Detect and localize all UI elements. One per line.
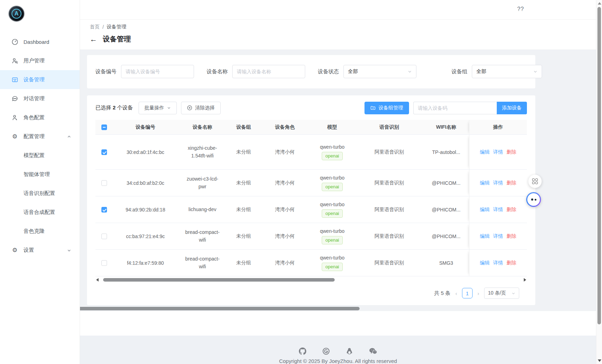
- cell-wifi: @PHICOM...: [432, 234, 461, 239]
- sidebar-item-conversations[interactable]: 对话管理: [0, 89, 80, 108]
- clear-selection-button[interactable]: 清除选择: [181, 102, 221, 114]
- add-device-button[interactable]: 添加设备: [497, 102, 527, 114]
- content-bottom-spacer: [80, 311, 596, 336]
- detail-link[interactable]: 详情: [493, 207, 503, 212]
- gitee-icon[interactable]: [322, 348, 330, 355]
- sidebar-item-label: 配置管理: [24, 133, 45, 140]
- sidebar-item-voice-clone[interactable]: 音色克隆: [0, 222, 80, 241]
- device-group-manage-button[interactable]: 设备组管理: [364, 102, 409, 114]
- selected-count: 2: [113, 105, 115, 110]
- batch-actions-button[interactable]: 批量操作: [139, 102, 177, 114]
- sidebar-item-label: 设置: [24, 247, 34, 254]
- prev-page-button[interactable]: ‹: [455, 290, 457, 296]
- sidebar-item-users[interactable]: 用户管理: [0, 51, 80, 70]
- qq-icon[interactable]: [346, 348, 353, 355]
- header-wifi: WIFI名称: [423, 120, 469, 135]
- sidebar-item-model-config[interactable]: 模型配置: [0, 146, 80, 165]
- row-checkbox[interactable]: [101, 260, 107, 266]
- scrollbar-thumb[interactable]: [103, 278, 335, 282]
- users-icon: [11, 57, 18, 64]
- scroll-down-arrow-icon[interactable]: [598, 359, 601, 362]
- chevron-down-icon: [408, 69, 412, 74]
- sidebar-item-dashboard[interactable]: Dashboard: [0, 32, 80, 51]
- page-size-select[interactable]: 10 条/页: [484, 288, 519, 299]
- header-device-name: 设备名称: [178, 120, 227, 135]
- scrollbar-thumb[interactable]: [597, 7, 601, 324]
- detail-link[interactable]: 详情: [493, 180, 503, 186]
- delete-link[interactable]: 删除: [507, 180, 516, 186]
- breadcrumb-separator: /: [102, 24, 104, 30]
- scroll-left-arrow-icon[interactable]: [96, 278, 99, 282]
- grid-icon: [532, 178, 538, 184]
- device-code-input[interactable]: [413, 102, 497, 114]
- github-icon[interactable]: [299, 348, 306, 355]
- chevron-down-icon: [533, 69, 537, 74]
- header-device-role: 设备角色: [260, 120, 309, 135]
- scroll-up-arrow-icon[interactable]: [598, 2, 601, 5]
- delete-link[interactable]: 删除: [507, 207, 516, 212]
- sidebar-item-label: Dashboard: [24, 39, 49, 45]
- row-checkbox[interactable]: [101, 207, 107, 213]
- sidebar-item-roles[interactable]: 角色配置: [0, 108, 80, 127]
- back-arrow-icon[interactable]: ←: [90, 35, 97, 43]
- scroll-right-arrow-icon[interactable]: [524, 278, 526, 282]
- filter-card: 设备编号 设备名称 设备状态 全部 设备组 全部: [87, 55, 535, 88]
- dashboard-icon: [11, 38, 18, 45]
- sidebar-item-asr-config[interactable]: 语音识别配置: [0, 184, 80, 203]
- edit-link[interactable]: 编辑: [480, 149, 490, 155]
- select-all-checkbox[interactable]: [101, 124, 107, 130]
- breadcrumb-current: 设备管理: [107, 24, 126, 30]
- detail-link[interactable]: 详情: [493, 260, 503, 265]
- row-checkbox[interactable]: [101, 180, 107, 186]
- edit-link[interactable]: 编辑: [480, 207, 490, 212]
- page-head: 首页 / 设备管理 ← 设备管理: [80, 20, 596, 49]
- sidebar-item-tts-config[interactable]: 语音合成配置: [0, 203, 80, 222]
- delete-link[interactable]: 删除: [507, 233, 516, 239]
- footer: Copyright © 2025 By JoeyZhou. All rights…: [80, 336, 596, 364]
- sidebar-item-agent-manage[interactable]: 智能体管理: [0, 165, 80, 184]
- next-page-button[interactable]: ›: [477, 290, 479, 296]
- device-table-card: 已选择 2 个设备 批量操作 清除选择 设备组管理: [87, 95, 535, 305]
- row-checkbox[interactable]: [101, 149, 107, 155]
- wechat-icon[interactable]: [369, 348, 377, 355]
- app-logo[interactable]: A: [8, 6, 25, 22]
- sidebar-item-label: 用户管理: [24, 58, 45, 64]
- assistant-robot-button[interactable]: [526, 192, 541, 207]
- header-model: 模型: [309, 120, 355, 135]
- sidebar-item-config[interactable]: ⚙ 配置管理: [0, 127, 80, 146]
- window-vertical-scrollbar[interactable]: [596, 0, 602, 364]
- device-status-select[interactable]: 全部: [343, 65, 416, 78]
- model-provider-tag: openai: [322, 263, 342, 271]
- cell-device-name: bread-compact-wifi: [183, 229, 221, 244]
- delete-link[interactable]: 删除: [507, 149, 516, 155]
- header-actions: 操作: [469, 120, 527, 135]
- sidebar-item-settings[interactable]: ⚙ 设置: [0, 241, 80, 259]
- folder-plus-icon: [370, 105, 376, 110]
- user-avatar-placeholder[interactable]: ??: [517, 6, 524, 12]
- cell-wifi: @PHICOM...: [432, 207, 461, 213]
- device-table: 设备编号 设备名称 设备组 设备角色 模型 语音识别 WIFI名称 操作 30:…: [95, 120, 527, 277]
- row-checkbox[interactable]: [101, 234, 107, 239]
- device-group-select[interactable]: 全部: [472, 65, 542, 78]
- chat-icon: [11, 95, 18, 102]
- cell-model: qwen-turbo: [311, 255, 354, 261]
- detail-link[interactable]: 详情: [493, 149, 503, 155]
- table-row: 30:ed:a0:1f:4c:bc xingzhi-cube-1.54tft-w…: [95, 135, 527, 170]
- chevron-up-icon: [67, 135, 71, 139]
- widget-grid-button[interactable]: [528, 175, 542, 188]
- device-id-input[interactable]: [121, 65, 194, 78]
- delete-link[interactable]: 删除: [507, 260, 516, 265]
- page-number-button[interactable]: 1: [462, 288, 473, 298]
- page-horizontal-scrollbar-thumb[interactable]: [80, 307, 360, 310]
- device-status-label: 设备状态: [318, 68, 339, 75]
- cell-device-role: 湾湾小何: [275, 233, 295, 239]
- edit-link[interactable]: 编辑: [480, 233, 490, 239]
- breadcrumb-home[interactable]: 首页: [90, 24, 100, 30]
- edit-link[interactable]: 编辑: [480, 260, 490, 265]
- cell-model: qwen-turbo: [311, 202, 354, 207]
- edit-link[interactable]: 编辑: [480, 180, 490, 186]
- main-area: ?? 首页 / 设备管理 ← 设备管理 设备编号 设备名称 设备状态: [80, 0, 596, 364]
- device-name-input[interactable]: [232, 65, 305, 78]
- sidebar-item-devices[interactable]: 设备管理: [0, 70, 80, 89]
- detail-link[interactable]: 详情: [493, 233, 503, 239]
